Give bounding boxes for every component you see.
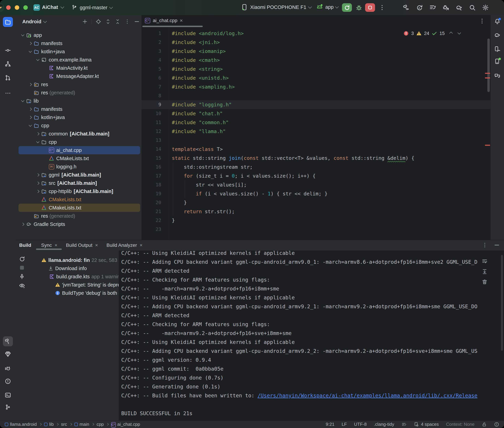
build-tab-build-analyzer[interactable]: Build Analyzer× [106, 243, 143, 248]
encoding[interactable]: UTF-8 [354, 422, 367, 427]
search-icon[interactable] [469, 4, 476, 11]
close-icon[interactable]: × [140, 243, 143, 248]
tree-item-messageadapter-kt[interactable]: MessageAdapter.kt [18, 72, 140, 80]
line-ending[interactable]: LF [342, 422, 347, 427]
tree-item-app[interactable]: app [18, 31, 140, 39]
tree-item-kotlin-java[interactable]: kotlin+java [18, 113, 140, 121]
tree-item-cmakelists-txt[interactable]: CMakeLists.txt [18, 154, 140, 163]
scroll-end-icon[interactable] [482, 269, 488, 275]
editor-tab[interactable]: C⁺ ai_chat.cpp × [145, 15, 183, 26]
tree-chevron-icon[interactable] [35, 139, 41, 145]
settings-gear-icon[interactable] [482, 4, 489, 11]
tree-item-lib[interactable]: lib [18, 97, 140, 105]
error-stripe-mark[interactable] [485, 77, 490, 78]
breadcrumb-item[interactable]: llama.android [5, 422, 37, 427]
tree-chevron-icon[interactable] [27, 49, 33, 55]
lock-open-icon[interactable] [482, 422, 487, 427]
tree-item-res[interactable]: res [18, 80, 140, 89]
tree-item-manifests[interactable]: manifests [18, 39, 140, 48]
tree-item-cpp-httplib[interactable]: cpp-httplib[AiChat.lib.main] [18, 187, 140, 195]
tree-chevron-icon[interactable] [35, 180, 41, 186]
code-area[interactable]: 1#include <android/log.h>2#include <jni.… [141, 27, 490, 240]
close-icon[interactable]: × [55, 243, 57, 248]
rail-commit-icon[interactable] [3, 45, 13, 55]
tree-chevron-icon[interactable] [19, 98, 26, 104]
tree-chevron-icon[interactable] [35, 57, 41, 63]
clear-icon[interactable] [482, 279, 488, 285]
editor-scrollbar[interactable] [487, 39, 490, 92]
project-view-selector[interactable]: Android [22, 19, 41, 25]
rail-problems-icon[interactable] [3, 376, 13, 386]
tree-item-cmakelists-txt[interactable]: CMakeLists.txt [18, 204, 140, 212]
build-tree-item[interactable]: Download info [16, 264, 119, 272]
branch-widget[interactable]: ggml-master [71, 4, 112, 11]
rail-running-devices-icon[interactable] [492, 56, 502, 66]
problems-status-icon[interactable] [494, 422, 499, 427]
tree-item-common[interactable]: common[AiChat.lib.main] [18, 130, 140, 138]
editor-options-kebab-icon[interactable] [479, 18, 485, 24]
close-icon[interactable]: × [180, 18, 183, 23]
tree-item-kotlin-java[interactable]: kotlin+java [18, 48, 140, 56]
profiler-icon[interactable] [429, 4, 436, 11]
build-tree-item[interactable]: 'jvmTarget: String' is deprec [16, 281, 119, 289]
build-tab-build-output[interactable]: Build Output× [66, 243, 98, 248]
rail-structure-icon[interactable] [3, 59, 13, 69]
rail-logcat-icon[interactable] [3, 363, 13, 373]
close-window-button[interactable] [6, 5, 11, 10]
tree-item-logging-h[interactable]: Hlogging.h [18, 163, 140, 171]
rail-gemini-chat-icon[interactable] [492, 71, 502, 81]
rerun-button[interactable] [342, 3, 352, 12]
debug-button[interactable] [355, 4, 363, 11]
more-actions-kebab-icon[interactable] [379, 4, 385, 11]
breadcrumb-item[interactable]: cpp [96, 422, 104, 427]
collapse-icon[interactable] [115, 19, 120, 25]
hide-icon[interactable] [134, 19, 140, 25]
add-icon[interactable] [82, 19, 88, 25]
tree-item-mainactivity-kt[interactable]: MainActivity.kt [18, 64, 140, 72]
project-widget[interactable]: AiChat [42, 4, 64, 10]
tree-chevron-icon[interactable] [35, 188, 41, 194]
breadcrumb-item[interactable]: src [61, 422, 67, 427]
build-output-link[interactable]: /Users/hanyin/Workspace/ai-chat/examples… [257, 393, 478, 399]
device-selector[interactable]: Xiaomi POCOPHONE F1 [241, 3, 311, 11]
maximize-window-button[interactable] [23, 5, 28, 10]
tree-chevron-icon[interactable] [19, 221, 26, 227]
rail-version-control-icon[interactable] [3, 402, 13, 412]
indent-widget[interactable]: 4 spaces [414, 422, 439, 427]
build-options-kebab-icon[interactable] [482, 242, 488, 248]
tree-item-cpp[interactable]: cpp [18, 121, 140, 130]
rail-terminal-icon[interactable] [3, 390, 13, 400]
avatar[interactable] [0, 4, 4, 12]
tree-chevron-icon[interactable] [35, 172, 41, 178]
console-scrollbar[interactable] [501, 255, 503, 351]
softwrap-icon[interactable] [482, 258, 488, 264]
gradle-sync-icon[interactable] [456, 4, 462, 11]
kebab-icon[interactable] [124, 19, 130, 25]
build-tree-item[interactable]: BuildType 'debug' is both de [16, 289, 119, 297]
hide-panel-icon[interactable] [494, 242, 500, 248]
rail-build-hammer-icon[interactable] [3, 336, 13, 346]
build-tree-item[interactable]: llama.android: fin22 sec, 583 ms [16, 256, 119, 264]
tree-chevron-icon[interactable] [27, 40, 33, 46]
tree-chevron-icon[interactable] [27, 114, 33, 120]
tree-chevron-icon[interactable] [35, 131, 41, 137]
tree-item-res[interactable]: res(generated) [18, 212, 140, 220]
rail-quality-gem-icon[interactable] [3, 349, 13, 359]
context-widget[interactable]: Context: None [446, 422, 475, 427]
build-tree-item[interactable]: build.gradle.ktsapp 1 warning [16, 272, 119, 281]
code-style[interactable]: .clang-tidy [374, 422, 394, 427]
tree-item-com-example-llama[interactable]: com.example.llama [18, 56, 140, 64]
tree-item-cpp[interactable]: cpp [18, 138, 140, 146]
tree-chevron-icon[interactable] [19, 32, 26, 38]
rail-more-icon[interactable] [3, 88, 13, 98]
tree-chevron-icon[interactable] [27, 81, 33, 88]
tree-chevron-icon[interactable] [27, 123, 33, 129]
tree-item-res[interactable]: res(generated) [18, 89, 140, 97]
rail-device-manager-icon[interactable] [492, 44, 502, 54]
stop-button[interactable] [365, 3, 375, 12]
sync-project-icon[interactable]: A [416, 4, 423, 11]
locate-icon[interactable] [95, 19, 101, 25]
attach-debugger-icon[interactable] [443, 4, 449, 11]
run-config-selector[interactable]: app [316, 3, 338, 11]
minimize-window-button[interactable] [15, 5, 19, 10]
